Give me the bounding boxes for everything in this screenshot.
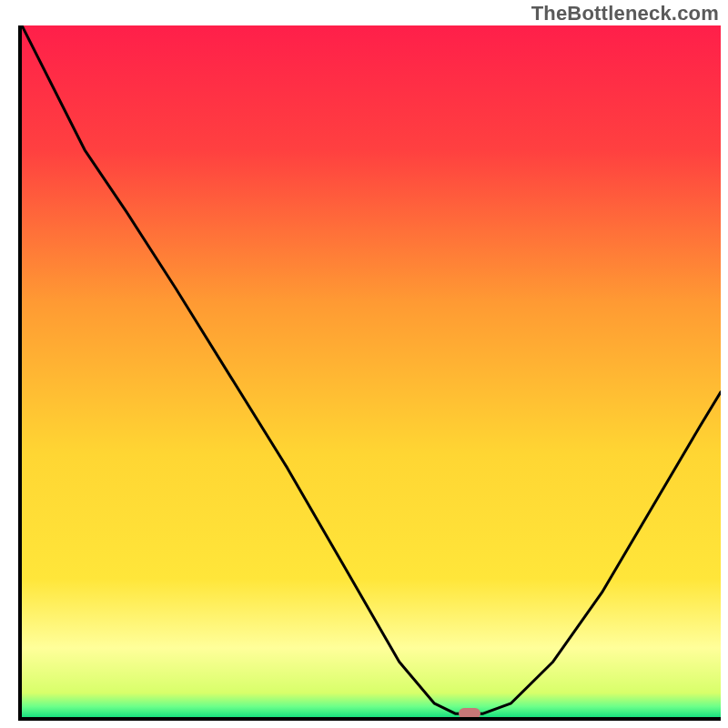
- attribution-text: TheBottleneck.com: [531, 2, 719, 25]
- chart-svg: [22, 25, 721, 717]
- optimal-marker: [459, 708, 480, 719]
- plot-area: [18, 25, 721, 721]
- chart-frame: TheBottleneck.com: [0, 0, 728, 728]
